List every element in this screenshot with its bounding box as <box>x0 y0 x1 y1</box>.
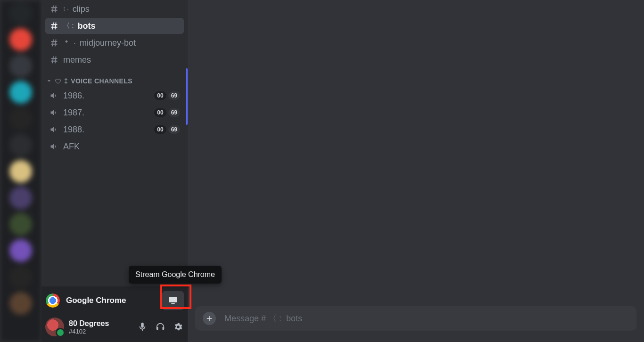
channel-label: clips <box>73 4 90 14</box>
channel-label: 1986. <box>63 91 84 101</box>
voice-category[interactable]: ‡ VOICE CHANNELS <box>45 69 184 87</box>
text-channel-clips[interactable]: ⁝ · clips <box>45 1 184 17</box>
server-item[interactable] <box>9 28 32 51</box>
main-chat-area <box>188 0 644 342</box>
heart-icon <box>55 78 61 84</box>
hash-icon <box>49 38 59 48</box>
stream-tooltip: Stream Google Chrome <box>129 266 222 284</box>
hash-icon <box>49 55 59 65</box>
channel-sidebar: ⁝ · clips 〈 : bots · midjourney-bot meme… <box>41 0 188 342</box>
server-item[interactable] <box>9 107 32 130</box>
activity-panel: Stream Google Chrome Google Chrome <box>41 286 188 315</box>
unread-indicator <box>186 68 188 125</box>
server-item[interactable] <box>9 213 32 236</box>
chevron-down-icon <box>46 78 52 84</box>
channel-label: 1987. <box>63 108 84 118</box>
voice-badges: 00 69 <box>154 108 180 117</box>
server-item[interactable] <box>9 239 32 262</box>
user-tag: #4102 <box>69 328 109 335</box>
badge: 00 <box>154 108 166 117</box>
server-item[interactable] <box>9 160 32 183</box>
server-list[interactable] <box>0 0 41 342</box>
channel-extra: 〈 : <box>63 22 74 30</box>
text-channel-midjourney[interactable]: · midjourney-bot <box>45 35 184 51</box>
speaker-icon <box>49 141 59 152</box>
text-channel-bots[interactable]: 〈 : bots <box>45 18 184 34</box>
stream-screen-button[interactable] <box>162 291 184 310</box>
text-channel-memes[interactable]: memes <box>45 52 184 68</box>
message-input[interactable] <box>224 314 629 324</box>
voice-channel-1988[interactable]: 1988. 00 69 <box>45 122 184 138</box>
channel-label: midjourney-bot <box>80 38 136 48</box>
hash-icon <box>49 4 59 14</box>
badge: 00 <box>154 91 166 100</box>
hash-icon <box>49 21 59 31</box>
speaker-icon <box>49 124 59 135</box>
deafen-button[interactable] <box>155 321 166 333</box>
voice-channel-1987[interactable]: 1987. 00 69 <box>45 105 184 121</box>
user-panel: 80 Degrees #4102 <box>41 315 188 342</box>
mute-mic-button[interactable] <box>137 321 148 333</box>
speaker-icon <box>49 90 59 101</box>
message-composer <box>195 306 636 331</box>
voice-badges: 00 69 <box>154 125 180 134</box>
server-item[interactable] <box>9 292 32 315</box>
channel-label: memes <box>63 55 91 65</box>
channel-label: bots <box>78 21 96 31</box>
server-item[interactable] <box>9 134 32 156</box>
badge: 69 <box>168 91 180 100</box>
server-item[interactable] <box>9 2 32 24</box>
voice-badges: 00 69 <box>154 91 180 100</box>
server-item[interactable] <box>9 187 32 209</box>
channel-label: 1988. <box>63 125 84 135</box>
badge: 69 <box>168 125 180 134</box>
voice-channel-1986[interactable]: 1986. 00 69 <box>45 88 184 104</box>
server-item[interactable] <box>9 81 32 104</box>
voice-channel-afk[interactable]: AFK <box>45 138 184 155</box>
chrome-icon <box>45 293 60 308</box>
settings-button[interactable] <box>173 321 184 333</box>
activity-app-name: Google Chrome <box>66 296 126 305</box>
badge: 00 <box>154 125 166 134</box>
category-label: VOICE CHANNELS <box>71 77 132 85</box>
server-item[interactable] <box>9 266 32 288</box>
message-list[interactable] <box>188 0 644 306</box>
speaker-icon <box>49 107 59 118</box>
diamond-icon <box>63 40 70 46</box>
username: 80 Degrees <box>69 319 109 328</box>
channel-label: AFK <box>63 142 80 152</box>
channel-extra: ⁝ · <box>63 5 69 13</box>
server-item[interactable] <box>9 55 32 77</box>
avatar[interactable] <box>45 318 64 336</box>
badge: 69 <box>168 108 180 117</box>
attach-button[interactable] <box>203 312 216 325</box>
